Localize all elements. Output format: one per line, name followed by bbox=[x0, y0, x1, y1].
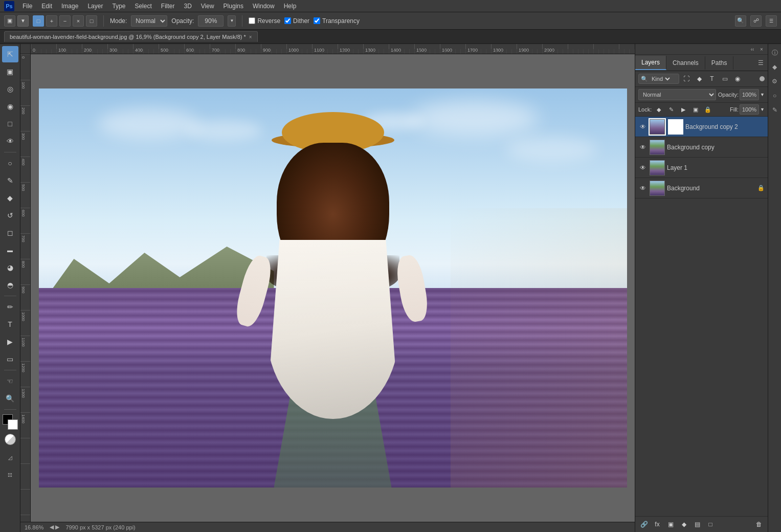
healing-tool[interactable]: ○ bbox=[2, 155, 18, 171]
eyedropper-tool[interactable]: 👁 bbox=[2, 133, 18, 149]
layer-mask-thumbnail[interactable] bbox=[668, 119, 683, 135]
filter-shape-icon[interactable]: ▭ bbox=[719, 73, 730, 84]
add-btn[interactable]: ▼ bbox=[17, 15, 29, 27]
menu-filter[interactable]: Filter bbox=[157, 2, 179, 11]
opacity-value-input[interactable] bbox=[740, 89, 759, 100]
layer-item[interactable]: 👁 Background 🔒 bbox=[635, 178, 768, 198]
layer-visibility-toggle[interactable]: 👁 bbox=[638, 143, 648, 152]
history-panel-icon[interactable]: ◆ bbox=[769, 61, 780, 73]
fill-chevron[interactable]: ▼ bbox=[760, 107, 765, 112]
layer-visibility-toggle[interactable]: 👁 bbox=[638, 163, 648, 172]
dither-checkbox[interactable] bbox=[284, 17, 291, 24]
layer-visibility-toggle[interactable]: 👁 bbox=[638, 184, 648, 193]
arrange-panels-icon[interactable]: ☰ bbox=[766, 15, 777, 27]
menu-window[interactable]: Window bbox=[249, 2, 279, 11]
layer-item[interactable]: 👁 Layer 1 bbox=[635, 158, 768, 178]
menu-type[interactable]: Type bbox=[108, 2, 129, 11]
lock-all-icon[interactable]: 🔒 bbox=[703, 104, 713, 115]
new-fill-icon[interactable]: ◆ bbox=[678, 519, 689, 530]
path-select-tool[interactable]: ▶ bbox=[2, 334, 18, 350]
history-tool[interactable]: ↺ bbox=[2, 207, 18, 224]
hand-tool[interactable]: ☜ bbox=[2, 373, 18, 389]
brush-tool[interactable]: ✎ bbox=[2, 172, 18, 189]
layer-visibility-toggle[interactable]: 👁 bbox=[638, 122, 648, 131]
mode-select[interactable]: Normal Multiply Screen bbox=[131, 15, 167, 27]
add-selection-icon[interactable]: + bbox=[46, 15, 57, 27]
paths-tab[interactable]: Paths bbox=[705, 56, 734, 70]
panel-menu-button[interactable]: ☰ bbox=[754, 57, 768, 69]
close-panel-icon[interactable]: × bbox=[757, 45, 766, 53]
new-group-icon[interactable]: ▤ bbox=[691, 519, 703, 530]
menu-select[interactable]: Select bbox=[130, 2, 155, 11]
intersect-selection-icon[interactable]: × bbox=[73, 15, 84, 27]
adjustments-icon[interactable]: ○ bbox=[769, 90, 780, 101]
workspace-icon[interactable]: ☍ bbox=[750, 15, 762, 27]
canvas-area[interactable]: 0 100 200 300 400 500 600 700 800 900 10… bbox=[20, 44, 635, 532]
properties-icon[interactable]: ⚙ bbox=[769, 76, 780, 87]
move-tool[interactable]: ⇱ bbox=[2, 46, 18, 62]
blend-mode-select[interactable]: Normal Multiply Screen Overlay bbox=[638, 89, 716, 100]
add-mask-icon[interactable]: ▣ bbox=[665, 519, 676, 530]
opacity-dropdown[interactable]: ▼ bbox=[228, 15, 236, 27]
crop-tool[interactable]: □ bbox=[2, 116, 18, 132]
layer-item[interactable]: 👁 Background copy 2 bbox=[635, 117, 768, 137]
tab-close-icon[interactable]: × bbox=[249, 34, 252, 40]
background-color[interactable] bbox=[8, 419, 18, 430]
transparency-checkbox[interactable] bbox=[314, 17, 320, 24]
filter-adjustment-icon[interactable]: ◆ bbox=[694, 73, 705, 84]
dodge-tool[interactable]: ◓ bbox=[2, 277, 18, 293]
new-layer-icon[interactable]: □ bbox=[705, 519, 716, 530]
shape-tool[interactable]: ▭ bbox=[2, 351, 18, 367]
menu-file[interactable]: File bbox=[18, 2, 36, 11]
channels-tab[interactable]: Channels bbox=[666, 56, 705, 70]
zoom-tool[interactable]: 🔍 bbox=[2, 390, 18, 407]
lock-pixels-icon[interactable]: ◆ bbox=[654, 104, 664, 115]
canvas-container[interactable] bbox=[31, 54, 635, 522]
add-style-icon[interactable]: fx bbox=[652, 519, 663, 530]
blur-tool[interactable]: ◕ bbox=[2, 259, 18, 276]
opacity-input[interactable] bbox=[198, 15, 224, 27]
screen-mode-btn[interactable]: ◿ bbox=[2, 449, 18, 465]
layer-item[interactable]: 👁 Background copy bbox=[635, 137, 768, 158]
menu-layer[interactable]: Layer bbox=[83, 2, 107, 11]
clone-tool[interactable]: ◆ bbox=[2, 190, 18, 206]
foreground-background-colors[interactable] bbox=[3, 414, 18, 430]
link-layers-icon[interactable]: 🔗 bbox=[638, 519, 650, 530]
extra-tool[interactable]: ☷ bbox=[2, 467, 18, 483]
lock-position-icon[interactable]: ▶ bbox=[678, 104, 688, 115]
filter-smartobj-icon[interactable]: ◉ bbox=[732, 73, 743, 84]
pen-tool[interactable]: ✏ bbox=[2, 299, 18, 315]
gradient-tool[interactable]: ▬ bbox=[2, 242, 18, 258]
new-layer-icon[interactable]: ▣ bbox=[4, 15, 15, 27]
lock-image-icon[interactable]: ✎ bbox=[666, 104, 676, 115]
library-icon[interactable]: ✎ bbox=[769, 104, 780, 116]
layers-tab[interactable]: Layers bbox=[635, 56, 666, 70]
collapse-icon[interactable]: ‹‹ bbox=[748, 45, 756, 53]
subtract-selection-icon[interactable]: − bbox=[59, 15, 71, 27]
menu-edit[interactable]: Edit bbox=[37, 2, 56, 11]
nav-arrows[interactable]: ◀ ▶ bbox=[50, 524, 59, 530]
menu-3d[interactable]: 3D bbox=[180, 2, 195, 11]
menu-image[interactable]: Image bbox=[57, 2, 82, 11]
lock-artboards-icon[interactable]: ▣ bbox=[690, 104, 701, 115]
fill-value-input[interactable] bbox=[740, 104, 759, 115]
filter-toggle[interactable] bbox=[760, 76, 765, 81]
info-icon[interactable]: ⓘ bbox=[769, 47, 780, 58]
opacity-chevron[interactable]: ▼ bbox=[760, 92, 765, 97]
text-tool[interactable]: T bbox=[2, 316, 18, 332]
menu-plugins[interactable]: Plugins bbox=[219, 2, 248, 11]
document-tab[interactable]: beautiful-woman-lavender-field-backgroun… bbox=[4, 31, 258, 42]
marquee-tool[interactable]: ▣ bbox=[2, 63, 18, 80]
eraser-tool[interactable]: ◻ bbox=[2, 225, 18, 241]
kind-select[interactable]: Kind bbox=[650, 75, 672, 82]
extra-icon[interactable]: □ bbox=[86, 15, 97, 27]
new-selection-icon[interactable]: □ bbox=[33, 15, 44, 27]
delete-layer-icon[interactable]: 🗑 bbox=[753, 519, 765, 530]
quick-select-tool[interactable]: ◉ bbox=[2, 98, 18, 115]
menu-help[interactable]: Help bbox=[280, 2, 301, 11]
search-icon[interactable]: 🔍 bbox=[735, 15, 746, 27]
filter-pixel-icon[interactable]: ⛶ bbox=[681, 73, 692, 84]
quick-mask-btn[interactable] bbox=[5, 434, 16, 445]
lasso-tool[interactable]: ◎ bbox=[2, 81, 18, 97]
menu-view[interactable]: View bbox=[197, 2, 218, 11]
